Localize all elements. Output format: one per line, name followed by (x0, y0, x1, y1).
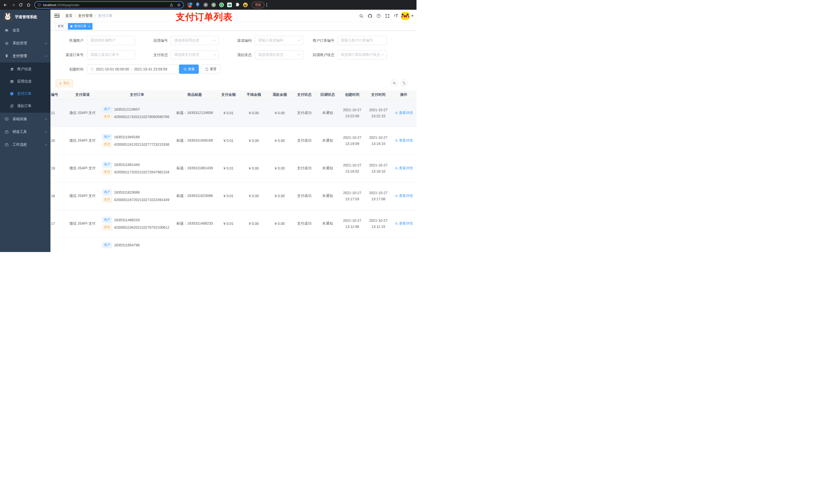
sidebar-item-app-info[interactable]: 应用信息 (0, 75, 50, 88)
app-select[interactable]: 请选择应用信息 (171, 36, 219, 45)
table-toolbar: 导出 (50, 79, 416, 87)
user-avatar[interactable] (401, 12, 409, 20)
gear-icon (4, 42, 9, 45)
sidebar-toggle-icon[interactable] (54, 14, 60, 18)
help-icon[interactable] (374, 10, 383, 22)
sidebar-item-infra[interactable]: 基础设施 (0, 113, 50, 125)
filter-row-3: 创建时间 2021-10-01 00:00:00 - 2021-10-31 23… (50, 65, 416, 74)
balloon-extension-icon[interactable] (195, 3, 200, 7)
avatar-caret-icon[interactable] (411, 15, 413, 17)
view-detail-link[interactable]: 查看详情 (395, 221, 413, 226)
sidebar-logo[interactable]: 芋道管理系统 (0, 10, 50, 24)
merchant-tag: 商户 (102, 189, 112, 195)
reset-button[interactable]: 重置 (201, 65, 220, 74)
chat-extension-icon[interactable] (227, 3, 232, 7)
sidebar-item-pay-order[interactable]: ¥ 支付订单 (0, 88, 50, 100)
url-host: localhost (43, 3, 56, 7)
browser-home-button[interactable] (25, 1, 32, 9)
sidebar-item-label: 商户信息 (17, 67, 31, 71)
browser-menu-icon[interactable] (266, 3, 267, 7)
sidebar-item-pay[interactable]: ¥ 支付管理 (0, 50, 50, 63)
view-detail-link[interactable]: 查看详情 (395, 111, 413, 115)
y-extension-icon[interactable]: Y (219, 3, 224, 7)
bookmark-star-icon[interactable] (177, 3, 181, 7)
create-time-range-input[interactable]: 2021-10-01 00:00:00 - 2021-10-31 23:59:5… (87, 65, 179, 74)
view-detail-link[interactable]: 查看详情 (395, 194, 413, 198)
app-label: 应用编号 (135, 36, 168, 45)
view-detail-link[interactable]: 查看详情 (395, 166, 413, 171)
tag-pay-order[interactable]: 支付订单 × (68, 23, 93, 30)
url-bar[interactable]: localhost:1024/pay/order (34, 1, 184, 8)
channel-order-no-label: 渠道订单号 (50, 50, 84, 59)
search-button[interactable]: 搜索 (179, 65, 199, 74)
share-icon[interactable] (170, 3, 173, 7)
page-content: 所属商户 请选择所属商户 应用编号 请选择应用信息 渠道编码 请输入渠道编码 商… (50, 31, 416, 252)
channel-code-label: 渠道编码 (218, 36, 252, 45)
pay-tag: 支付 (102, 114, 112, 120)
site-info-icon[interactable] (38, 3, 41, 7)
extensions-puzzle-icon[interactable] (235, 3, 240, 7)
sidebar-item-devtool[interactable]: 研发工具 (0, 125, 50, 138)
sidebar-item-label: 退款订单 (17, 104, 31, 108)
select-arrow-icon (213, 53, 216, 55)
fullscreen-icon[interactable] (383, 10, 392, 22)
sidebar-item-system[interactable]: 系统管理 (0, 37, 50, 50)
merchant-tag: 商户 (102, 106, 112, 113)
reload-icon (19, 3, 23, 7)
sidebar-item-workflow[interactable]: 工作流程 (0, 138, 50, 151)
url-path: :1024/pay/order (56, 3, 79, 7)
merchant-tag: 商户 (102, 217, 112, 223)
channel-order-no-input[interactable]: 请输入渠道订单号 (87, 50, 135, 59)
refund-status-label: 退款状态 (218, 50, 252, 59)
sidebar-item-merchant-info[interactable]: 商户信息 (0, 63, 50, 75)
table-row[interactable]: 19 微信 JSAPI 支付 商户1635311881440 支付4200001… (50, 154, 416, 182)
table-row[interactable]: 21 微信 JSAPI 支付 商户1635312124657 支付4200001… (50, 99, 416, 127)
sidebar-item-label: 研发工具 (13, 129, 45, 134)
refresh-icon (205, 68, 209, 71)
sketch-extension-icon[interactable]: 10 (188, 3, 192, 7)
toggle-search-button[interactable] (390, 79, 398, 87)
emoji-extension-icon[interactable] (243, 3, 248, 7)
merchant-order-no-input[interactable]: 请输入商户订单编号 (337, 36, 387, 45)
refresh-table-button[interactable] (400, 79, 408, 87)
sidebar-item-refund-order[interactable]: 退款订单 (0, 100, 50, 112)
tags-view-bar: 首页 支付订单 × (50, 22, 416, 31)
github-icon[interactable] (365, 10, 374, 22)
home-icon (26, 3, 31, 7)
browser-reload-button[interactable] (17, 1, 25, 9)
yen-icon: ¥ (4, 54, 9, 58)
breadcrumb-home[interactable]: 首页 (65, 14, 72, 18)
chevron-down-icon (45, 117, 47, 120)
table-row-partial[interactable]: 商户1635311954796 (50, 237, 416, 249)
shop-icon (10, 67, 14, 71)
export-button[interactable]: 导出 (55, 79, 73, 87)
table-row[interactable]: 17 微信 JSAPI 支付 商户1635311468233 支付4200001… (50, 210, 416, 237)
select-arrow-icon (381, 53, 384, 55)
view-detail-link[interactable]: 查看详情 (395, 138, 413, 143)
pay-order-table: 编号 支付渠道 支付订单 商品标题 支付金额 手续金额 退款金额 支付状态 回调… (50, 90, 416, 249)
merchant-select[interactable]: 请选择所属商户 (87, 36, 135, 45)
table-row[interactable]: 18 微信 JSAPI 支付 商户1635311823086 支付4200001… (50, 182, 416, 210)
font-size-icon[interactable]: TT (392, 10, 400, 22)
tag-close-icon[interactable]: × (88, 25, 90, 28)
tag-home[interactable]: 首页 (55, 23, 66, 30)
callback-status-select[interactable]: 请选择订单回调商户状态 (337, 50, 387, 59)
table-row[interactable]: 20 微信 JSAPI 支付 商户1635311949168 支付4200001… (50, 127, 416, 154)
yen-circle-icon: ¥ (10, 92, 14, 96)
sidebar-item-label: 基础设施 (13, 117, 45, 121)
search-icon (395, 194, 398, 197)
merchant-label: 所属商户 (50, 36, 84, 45)
chevron-down-icon (45, 130, 47, 133)
pay-status-select[interactable]: 请选择支付状态 (171, 50, 219, 59)
breadcrumb-pay[interactable]: 支付管理 (78, 14, 93, 18)
sidebar-item-home[interactable]: 首页 (0, 24, 50, 37)
header-search-icon[interactable] (357, 10, 365, 22)
callback-status-label: 回调商户状态 (293, 50, 334, 59)
browser-update-button[interactable]: 更新 (252, 2, 264, 8)
browser-forward-button[interactable] (9, 1, 17, 9)
sidebar-item-label: 支付订单 (17, 91, 31, 96)
browser-back-button[interactable] (2, 1, 9, 9)
dot-extension-icon[interactable] (211, 3, 216, 7)
command-extension-icon[interactable]: ⌘ (204, 3, 208, 7)
chevron-down-icon (45, 42, 47, 44)
